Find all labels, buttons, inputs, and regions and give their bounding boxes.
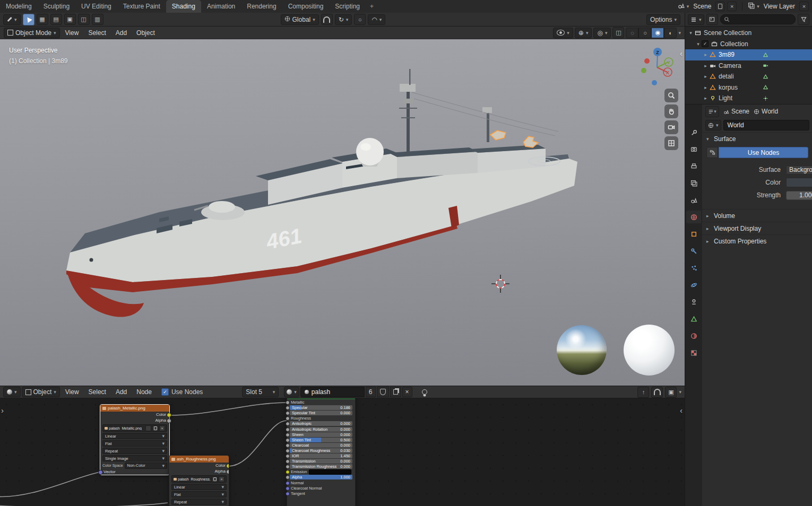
bsdf-input-sheen[interactable]: Sheen0.000 xyxy=(290,432,352,437)
color-space-select[interactable]: Non-Color▾ xyxy=(125,463,167,469)
bsdf-input-clearcoat[interactable]: Clearcoat0.000 xyxy=(290,443,352,448)
mode-select[interactable]: Object Mode▾ xyxy=(4,28,60,38)
volume-section-header[interactable]: ▸Volume xyxy=(702,209,812,222)
input-socket[interactable] xyxy=(286,454,290,458)
bsdf-input-normal[interactable]: Normal xyxy=(290,481,352,485)
shader-editor[interactable]: palash_Metallic.png Color Alpha palash_M… xyxy=(0,398,685,506)
add-workspace-button[interactable]: + xyxy=(366,0,378,13)
value-slider[interactable]: Specular0.186 xyxy=(290,405,352,410)
collection-checkbox[interactable]: ✓ xyxy=(702,40,709,47)
material-users-button[interactable]: 6 xyxy=(366,387,376,397)
source-select[interactable]: Single Image▾ xyxy=(102,455,167,461)
view-layer-selector[interactable]: View Layer xyxy=(764,3,795,10)
value-slider[interactable]: Sheen0.000 xyxy=(290,432,352,437)
input-socket[interactable] xyxy=(286,475,290,479)
tab-view-layer[interactable] xyxy=(686,177,701,189)
unlink-image-button[interactable]: × xyxy=(159,425,165,431)
input-socket[interactable] xyxy=(286,492,290,496)
menu-view[interactable]: View xyxy=(61,29,83,37)
fake-user-button[interactable] xyxy=(377,387,389,397)
use-nodes-button[interactable]: Use Nodes xyxy=(719,147,808,158)
extension-select[interactable]: Repeat▾ xyxy=(102,448,167,454)
input-socket[interactable] xyxy=(286,449,290,453)
node-header[interactable] xyxy=(287,398,355,399)
interpolation-select[interactable]: Linear▾ xyxy=(102,433,167,439)
outliner-row-light[interactable]: ▸Light xyxy=(685,93,812,104)
snapping-node-button[interactable] xyxy=(651,387,663,398)
node-overlay-chevron[interactable]: ▾ xyxy=(679,389,681,395)
surface-shader-select[interactable]: Background xyxy=(786,165,812,175)
tab-object-data[interactable] xyxy=(686,312,701,325)
value-slider[interactable]: Alpha1.000 xyxy=(290,475,352,479)
projection-select[interactable]: Flat▾ xyxy=(102,440,167,447)
disclosure-icon[interactable]: ▾ xyxy=(695,41,702,47)
node-principled-bsdf[interactable]: MetallicSpecular0.186Specular Tint0.000R… xyxy=(287,398,356,506)
input-socket[interactable] xyxy=(286,416,290,421)
workspace-tab-uv-editing[interactable]: UV Editing xyxy=(75,0,117,13)
workspace-tab-scripting[interactable]: Scripting xyxy=(329,0,366,13)
select-intersect-mode-button[interactable]: ▥ xyxy=(92,14,103,25)
tab-texture[interactable] xyxy=(686,346,701,359)
outliner-search-input[interactable] xyxy=(720,14,796,24)
custom-properties-section-header[interactable]: ▸Custom Properties xyxy=(702,234,812,247)
extension-select[interactable]: Repeat▾ xyxy=(171,499,227,505)
scene-selector[interactable]: Scene xyxy=(693,3,711,10)
disclosure-icon[interactable]: ▾ xyxy=(687,30,694,36)
select-extend-mode-button[interactable]: ▤ xyxy=(50,14,62,25)
bsdf-input-sheen-tint[interactable]: Sheen Tint0.500 xyxy=(290,438,352,442)
input-socket[interactable] xyxy=(286,406,290,410)
new-image-button[interactable] xyxy=(152,425,158,431)
shading-wireframe-button[interactable]: ◌ xyxy=(626,28,638,38)
value-slider[interactable]: Clearcoat0.000 xyxy=(290,443,352,448)
shading-material-preview-button[interactable]: ◉ xyxy=(651,28,664,38)
disclosure-icon[interactable]: ▸ xyxy=(702,85,709,90)
value-slider[interactable]: Clearcoat Roughness0.030 xyxy=(290,448,352,453)
input-socket[interactable] xyxy=(286,400,290,405)
menu-object[interactable]: Object xyxy=(132,29,159,37)
gizmos-dropdown[interactable]: ⊕▾ xyxy=(575,28,592,38)
editor-type-select[interactable]: ▾ xyxy=(3,14,21,25)
outliner-row-detali[interactable]: ▸detali xyxy=(685,71,812,82)
input-socket[interactable] xyxy=(286,486,290,491)
tab-object[interactable] xyxy=(686,228,701,240)
world-browse-select[interactable]: ▾ xyxy=(705,120,721,130)
outliner-row-scene-collection[interactable]: ▾Scene Collection xyxy=(685,28,812,39)
use-nodes-checkbox[interactable]: ✓ xyxy=(161,388,169,396)
outliner-row-camera[interactable]: ▸Camera xyxy=(685,60,812,72)
input-socket[interactable] xyxy=(286,422,290,426)
tab-constraints[interactable] xyxy=(686,295,701,308)
selected-object-outline[interactable] xyxy=(490,130,506,140)
color-output-socket[interactable] xyxy=(226,464,229,468)
bsdf-input-roughness[interactable]: Roughness xyxy=(290,416,352,421)
image-users-button[interactable] xyxy=(145,425,151,431)
shading-options-chevron[interactable]: ▾ xyxy=(678,30,681,36)
vector-input-socket[interactable] xyxy=(98,470,103,475)
properties-filter-select[interactable]: ▾ xyxy=(705,106,719,117)
input-socket[interactable] xyxy=(286,470,290,474)
world-color-swatch[interactable] xyxy=(786,178,812,187)
image-datablock-selector[interactable]: palash_Metallic.png × xyxy=(102,424,167,432)
material-name-field[interactable]: palash xyxy=(300,387,365,397)
disclosure-icon[interactable]: ▸ xyxy=(702,52,709,57)
surface-section-header[interactable]: ▾Surface xyxy=(702,132,812,145)
proportional-editing-button[interactable]: ○ xyxy=(354,14,366,25)
emission-color-swatch[interactable] xyxy=(309,469,351,475)
bsdf-input-specular[interactable]: Specular0.186 xyxy=(290,405,352,410)
input-socket[interactable] xyxy=(286,481,290,485)
node-header[interactable]: ash_Roughness.png xyxy=(169,456,229,463)
value-slider[interactable]: Sheen Tint0.500 xyxy=(290,438,352,442)
bsdf-input-ior[interactable]: IOR1.450 xyxy=(290,453,352,458)
delete-scene-button[interactable]: × xyxy=(727,2,737,11)
value-slider[interactable]: Specular Tint0.000 xyxy=(290,411,352,415)
outliner-display-mode-select[interactable]: ▾ xyxy=(688,14,704,25)
shading-solid-button[interactable]: ○ xyxy=(638,28,651,38)
node-image-texture-roughness[interactable]: ash_Roughness.png Color Alpha palash_Rou… xyxy=(169,455,229,506)
input-socket[interactable] xyxy=(286,443,290,448)
bsdf-input-anisotropic[interactable]: Anisotropic0.000 xyxy=(290,421,352,426)
menu-select[interactable]: Select xyxy=(84,29,110,37)
value-slider[interactable]: Anisotropic Rotation0.000 xyxy=(290,427,352,432)
input-socket[interactable] xyxy=(286,465,290,469)
pin-button[interactable] xyxy=(419,387,430,398)
value-slider[interactable]: Transmission Roughness0.000 xyxy=(290,464,352,469)
workspace-tab-sculpting[interactable]: Sculpting xyxy=(38,0,75,13)
